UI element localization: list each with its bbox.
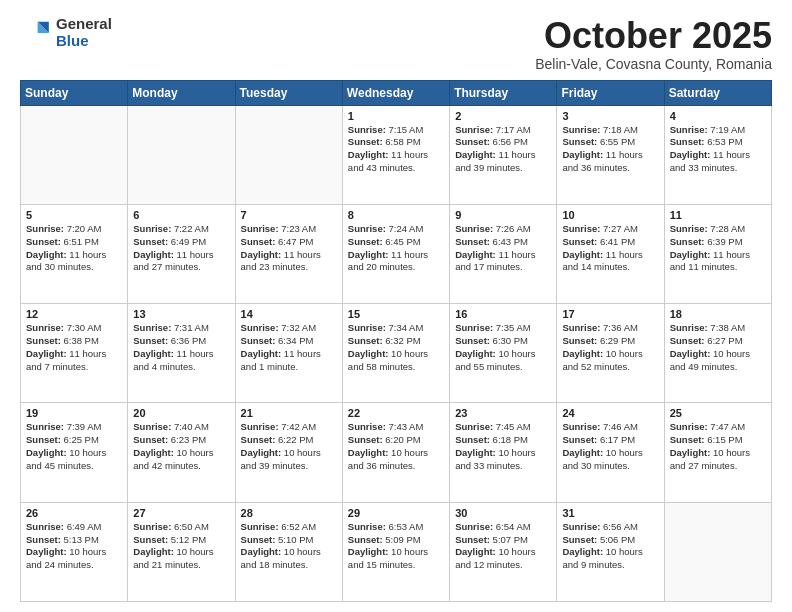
day-info-line: Sunrise: 7:27 AM [562,223,658,236]
day-info-line: Daylight: 11 hours and 39 minutes. [455,149,551,175]
day-number: 26 [26,507,122,519]
day-info-line: Sunset: 6:20 PM [348,434,444,447]
day-info-line: Sunset: 5:13 PM [26,534,122,547]
day-number: 5 [26,209,122,221]
day-info-line: Daylight: 11 hours and 1 minute. [241,348,337,374]
day-info-line: Daylight: 10 hours and 33 minutes. [455,447,551,473]
table-row: 25Sunrise: 7:47 AMSunset: 6:15 PMDayligh… [664,403,771,502]
table-row: 2Sunrise: 7:17 AMSunset: 6:56 PMDaylight… [450,105,557,204]
logo: General Blue [20,16,112,49]
table-row: 22Sunrise: 7:43 AMSunset: 6:20 PMDayligh… [342,403,449,502]
header: General Blue October 2025 Belin-Vale, Co… [20,16,772,72]
table-row: 1Sunrise: 7:15 AMSunset: 6:58 PMDaylight… [342,105,449,204]
day-info-line: Sunrise: 7:32 AM [241,322,337,335]
day-info-line: Daylight: 10 hours and 58 minutes. [348,348,444,374]
day-info-line: Daylight: 10 hours and 45 minutes. [26,447,122,473]
logo-general-text: General [56,16,112,33]
day-number: 23 [455,407,551,419]
table-row [664,502,771,601]
day-info-line: Sunrise: 7:34 AM [348,322,444,335]
day-info-line: Sunrise: 7:40 AM [133,421,229,434]
day-number: 4 [670,110,766,122]
table-row: 8Sunrise: 7:24 AMSunset: 6:45 PMDaylight… [342,204,449,303]
day-info-line: Daylight: 11 hours and 36 minutes. [562,149,658,175]
col-tuesday: Tuesday [235,80,342,105]
day-number: 21 [241,407,337,419]
day-info-line: Sunrise: 6:53 AM [348,521,444,534]
table-row: 6Sunrise: 7:22 AMSunset: 6:49 PMDaylight… [128,204,235,303]
day-number: 9 [455,209,551,221]
title-block: October 2025 Belin-Vale, Covasna County,… [535,16,772,72]
calendar-header-row: Sunday Monday Tuesday Wednesday Thursday… [21,80,772,105]
day-number: 29 [348,507,444,519]
table-row [235,105,342,204]
day-info-line: Sunrise: 7:31 AM [133,322,229,335]
day-number: 24 [562,407,658,419]
day-number: 1 [348,110,444,122]
day-number: 12 [26,308,122,320]
table-row: 11Sunrise: 7:28 AMSunset: 6:39 PMDayligh… [664,204,771,303]
day-number: 11 [670,209,766,221]
table-row: 10Sunrise: 7:27 AMSunset: 6:41 PMDayligh… [557,204,664,303]
day-info-line: Daylight: 10 hours and 39 minutes. [241,447,337,473]
table-row: 23Sunrise: 7:45 AMSunset: 6:18 PMDayligh… [450,403,557,502]
table-row: 14Sunrise: 7:32 AMSunset: 6:34 PMDayligh… [235,304,342,403]
day-info-line: Sunset: 6:27 PM [670,335,766,348]
table-row: 12Sunrise: 7:30 AMSunset: 6:38 PMDayligh… [21,304,128,403]
day-info-line: Daylight: 10 hours and 18 minutes. [241,546,337,572]
table-row: 28Sunrise: 6:52 AMSunset: 5:10 PMDayligh… [235,502,342,601]
table-row: 15Sunrise: 7:34 AMSunset: 6:32 PMDayligh… [342,304,449,403]
col-wednesday: Wednesday [342,80,449,105]
table-row: 9Sunrise: 7:26 AMSunset: 6:43 PMDaylight… [450,204,557,303]
col-thursday: Thursday [450,80,557,105]
day-info-line: Daylight: 11 hours and 14 minutes. [562,249,658,275]
day-info-line: Sunrise: 7:36 AM [562,322,658,335]
day-number: 15 [348,308,444,320]
day-info-line: Sunrise: 7:43 AM [348,421,444,434]
day-info-line: Sunrise: 7:24 AM [348,223,444,236]
table-row: 19Sunrise: 7:39 AMSunset: 6:25 PMDayligh… [21,403,128,502]
day-number: 20 [133,407,229,419]
day-number: 3 [562,110,658,122]
day-info-line: Sunset: 5:09 PM [348,534,444,547]
day-info-line: Sunset: 6:18 PM [455,434,551,447]
table-row [128,105,235,204]
day-info-line: Daylight: 11 hours and 20 minutes. [348,249,444,275]
day-info-line: Daylight: 11 hours and 4 minutes. [133,348,229,374]
day-info-line: Daylight: 10 hours and 15 minutes. [348,546,444,572]
day-number: 19 [26,407,122,419]
day-info-line: Sunrise: 6:52 AM [241,521,337,534]
day-info-line: Sunset: 6:34 PM [241,335,337,348]
table-row: 30Sunrise: 6:54 AMSunset: 5:07 PMDayligh… [450,502,557,601]
day-number: 14 [241,308,337,320]
col-saturday: Saturday [664,80,771,105]
title-month: October 2025 [535,16,772,56]
day-info-line: Daylight: 11 hours and 27 minutes. [133,249,229,275]
table-row: 26Sunrise: 6:49 AMSunset: 5:13 PMDayligh… [21,502,128,601]
table-row: 13Sunrise: 7:31 AMSunset: 6:36 PMDayligh… [128,304,235,403]
table-row [21,105,128,204]
day-info-line: Sunrise: 6:49 AM [26,521,122,534]
day-info-line: Daylight: 10 hours and 24 minutes. [26,546,122,572]
day-info-line: Sunrise: 7:46 AM [562,421,658,434]
day-info-line: Sunset: 6:45 PM [348,236,444,249]
col-monday: Monday [128,80,235,105]
col-friday: Friday [557,80,664,105]
day-info-line: Daylight: 11 hours and 33 minutes. [670,149,766,175]
day-info-line: Sunset: 5:06 PM [562,534,658,547]
day-info-line: Daylight: 10 hours and 12 minutes. [455,546,551,572]
table-row: 21Sunrise: 7:42 AMSunset: 6:22 PMDayligh… [235,403,342,502]
table-row: 7Sunrise: 7:23 AMSunset: 6:47 PMDaylight… [235,204,342,303]
day-info-line: Sunset: 6:41 PM [562,236,658,249]
day-info-line: Sunset: 6:39 PM [670,236,766,249]
day-info-line: Sunrise: 7:38 AM [670,322,766,335]
page: General Blue October 2025 Belin-Vale, Co… [0,0,792,612]
day-info-line: Sunset: 5:07 PM [455,534,551,547]
day-number: 10 [562,209,658,221]
table-row: 27Sunrise: 6:50 AMSunset: 5:12 PMDayligh… [128,502,235,601]
day-info-line: Sunrise: 7:15 AM [348,124,444,137]
table-row: 17Sunrise: 7:36 AMSunset: 6:29 PMDayligh… [557,304,664,403]
day-info-line: Sunset: 6:43 PM [455,236,551,249]
day-info-line: Sunset: 6:38 PM [26,335,122,348]
calendar-week-row: 26Sunrise: 6:49 AMSunset: 5:13 PMDayligh… [21,502,772,601]
